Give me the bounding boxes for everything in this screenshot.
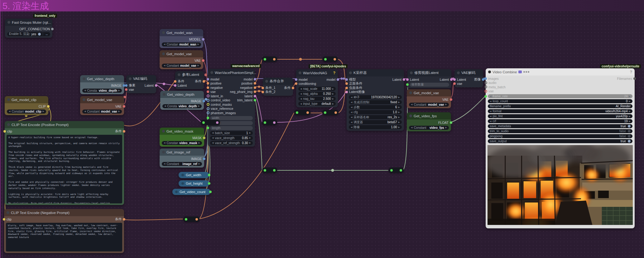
output-port-dot[interactable] bbox=[337, 78, 339, 81]
widget-Constant[interactable]: ◀Constantmodel_vae▶ bbox=[82, 110, 122, 114]
reroute-node[interactable] bbox=[389, 168, 404, 173]
input-port-dot[interactable] bbox=[174, 80, 176, 83]
node-get-height[interactable]: Get_height bbox=[179, 180, 209, 187]
node-fast-groups-muter[interactable]: Fast Groups Muter (rgt...OPT_CONNECTIONE… bbox=[5, 19, 52, 38]
node-get-video-mask[interactable]: Get_video_maskMASK◀Constantvideo_mask▶ bbox=[160, 128, 204, 147]
widget-_[interactable]: 修剪数量 bbox=[410, 83, 449, 87]
widget-Enable_5_[interactable]: Enable 5. 渲染生成yes→ bbox=[7, 32, 50, 36]
increment-arrow-icon[interactable]: ▶ bbox=[332, 93, 334, 95]
node-get-video-depth[interactable]: Get_video_depthIMAGE◀Consta ...video_dep… bbox=[80, 75, 124, 94]
collapse-dot[interactable] bbox=[265, 80, 268, 83]
node-title-bar[interactable]: Get_video_depth bbox=[80, 75, 124, 82]
input-port-dot[interactable] bbox=[207, 107, 209, 110]
output-port-dot[interactable] bbox=[203, 158, 205, 160]
widget-input-dot[interactable] bbox=[207, 117, 209, 119]
increment-arrow-icon[interactable]: ▶ bbox=[332, 88, 334, 90]
node-get-model-vae[interactable]: Get_model_vaeVAE◀Constantmodel_vae▶ bbox=[160, 50, 203, 69]
widget-Constant[interactable]: ◀Constantvideo_fps▶ bbox=[409, 126, 449, 130]
widget-_[interactable]: ◀采样器名称res_2s▶ bbox=[349, 115, 402, 119]
decrement-arrow-icon[interactable]: ◀ bbox=[212, 132, 214, 134]
collapse-dot[interactable] bbox=[7, 21, 10, 24]
widget-_[interactable]: ◀生成后控制fixed▶ bbox=[349, 100, 402, 104]
decrement-arrow-icon[interactable]: ◀ bbox=[351, 121, 352, 124]
node-conditioning-combine[interactable]: 条件合并条件_1条件条件_2 bbox=[263, 78, 293, 96]
decrement-arrow-icon[interactable]: ◀ bbox=[300, 93, 302, 95]
reroute-node[interactable] bbox=[262, 120, 277, 125]
widget-Constant[interactable]: ◀Constantmodel_vae▶ bbox=[409, 103, 449, 107]
input-port-dot[interactable] bbox=[484, 90, 487, 93]
node-get-video-count[interactable]: Get_video_count bbox=[172, 189, 210, 195]
input-port-dot[interactable] bbox=[174, 84, 176, 87]
output-port-dot[interactable] bbox=[292, 87, 294, 89]
collapse-dot[interactable] bbox=[175, 191, 178, 193]
widget-vace_strength[interactable]: ◀vace_strength0.85▶ bbox=[210, 136, 253, 140]
collapse-dot[interactable] bbox=[162, 52, 165, 55]
collapse-dot[interactable] bbox=[299, 71, 301, 74]
decrement-arrow-icon[interactable]: ◀ bbox=[490, 110, 491, 113]
widget-Constant[interactable]: ◀Constantmodel_clip▶ bbox=[7, 110, 46, 114]
input-port-dot[interactable] bbox=[345, 82, 348, 85]
decrement-arrow-icon[interactable]: ◀ bbox=[351, 116, 352, 119]
video-preview[interactable] bbox=[488, 145, 633, 225]
node-title-bar[interactable]: Get_model_wan bbox=[160, 29, 203, 36]
widget-nag_alpha[interactable]: ◀nag_alpha0.250▶ bbox=[298, 92, 336, 96]
output-port-dot[interactable] bbox=[203, 80, 205, 83]
widget-_[interactable]: ◀降噪1.00▶ bbox=[349, 125, 402, 129]
reroute-node[interactable] bbox=[262, 56, 277, 62]
toggle-knob-icon[interactable] bbox=[38, 33, 41, 36]
output-port-dot[interactable] bbox=[123, 130, 125, 133]
decrement-arrow-icon[interactable]: ◀ bbox=[490, 120, 491, 123]
toggle-knob-icon[interactable] bbox=[628, 125, 631, 128]
increment-arrow-icon[interactable]: ▶ bbox=[629, 115, 631, 118]
decrement-arrow-icon[interactable]: ◀ bbox=[164, 43, 165, 46]
decrement-arrow-icon[interactable]: ◀ bbox=[84, 110, 86, 113]
output-port-dot[interactable] bbox=[482, 78, 484, 81]
input-port-dot[interactable] bbox=[484, 81, 487, 84]
widget-Consta_[interactable]: ◀Consta ...video_depth▶ bbox=[162, 104, 202, 108]
collapse-dot[interactable] bbox=[162, 130, 165, 133]
increment-arrow-icon[interactable]: ▶ bbox=[629, 95, 631, 98]
widget-width[interactable]: width bbox=[210, 116, 253, 120]
decrement-arrow-icon[interactable]: ◀ bbox=[351, 111, 352, 114]
node-clip-text-encode-negative[interactable]: CLIP Text Encode (Negative Prompt)clip条件… bbox=[4, 209, 124, 253]
widget-Constant[interactable]: ◀Constantmodel_vae▶ bbox=[162, 64, 201, 68]
widget-pix_fmt[interactable]: ◀pix_fmtyuv420p▶ bbox=[488, 114, 632, 118]
node-title-bar[interactable]: Get_video_mask bbox=[160, 128, 204, 135]
collapse-dot[interactable] bbox=[7, 211, 9, 214]
output-port-dot[interactable] bbox=[208, 174, 210, 176]
input-port-dot[interactable] bbox=[207, 90, 209, 93]
node-get-video-depth[interactable]: Get_video_depthIMAGE◀Consta ...video_dep… bbox=[160, 91, 204, 110]
node-video-combine[interactable]: Video Combine?imagesFilenamesaudiometa_b… bbox=[486, 68, 635, 228]
widget-_[interactable]: ◀种子197030290342120▶ bbox=[349, 95, 402, 99]
collapse-dot[interactable] bbox=[162, 31, 165, 34]
toggle-knob-icon[interactable] bbox=[628, 130, 631, 133]
widget-format[interactable]: ◀formatvideo/h264-mp4▶ bbox=[488, 109, 632, 113]
toggle-knob-icon[interactable] bbox=[628, 135, 631, 138]
comfyui-canvas[interactable]: 5. 渲染生成 bbox=[0, 0, 644, 258]
widget-loop_count[interactable]: ◀loop_count0▶ bbox=[488, 99, 632, 103]
input-port-dot[interactable] bbox=[345, 78, 348, 81]
decrement-arrow-icon[interactable]: ◀ bbox=[351, 96, 352, 99]
help-icon[interactable]: ? bbox=[630, 70, 632, 74]
increment-arrow-icon[interactable]: ▶ bbox=[199, 142, 200, 144]
input-port-dot[interactable] bbox=[295, 82, 297, 85]
widget-cfg[interactable]: ◀cfg1.0▶ bbox=[349, 110, 402, 114]
prompt-textarea[interactable]: blurry, soft image, haze overlay, fog ov… bbox=[6, 223, 122, 251]
widget-filename_prefix[interactable]: filename_prefixAI_Render bbox=[488, 104, 632, 108]
node-get-model-wan[interactable]: Get_model_wanMODEL◀Constantmodel_wan▶ bbox=[160, 29, 203, 48]
node-title-bar[interactable]: Get_video_depth bbox=[160, 91, 204, 98]
increment-arrow-icon[interactable]: ▶ bbox=[249, 132, 251, 134]
decrement-arrow-icon[interactable]: ◀ bbox=[164, 105, 166, 107]
node-get-model-vae[interactable]: Get_model_vaeVAE◀Constantmodel_vae▶ bbox=[80, 96, 124, 115]
widget-input-dot[interactable] bbox=[484, 95, 487, 98]
node-clip-text-encode-positive[interactable]: CLIP Text Encode (Positive Prompt)clip条件… bbox=[5, 121, 124, 205]
output-port-dot[interactable] bbox=[254, 86, 256, 89]
increment-arrow-icon[interactable]: ▶ bbox=[332, 103, 334, 105]
reroute-node[interactable] bbox=[262, 168, 277, 173]
decrement-arrow-icon[interactable]: ◀ bbox=[212, 137, 214, 139]
output-port-dot[interactable] bbox=[254, 78, 256, 80]
input-port-dot[interactable] bbox=[3, 130, 6, 133]
input-port-dot[interactable] bbox=[453, 78, 456, 81]
decrement-arrow-icon[interactable]: ◀ bbox=[411, 103, 412, 106]
reroute-node[interactable] bbox=[201, 120, 220, 125]
